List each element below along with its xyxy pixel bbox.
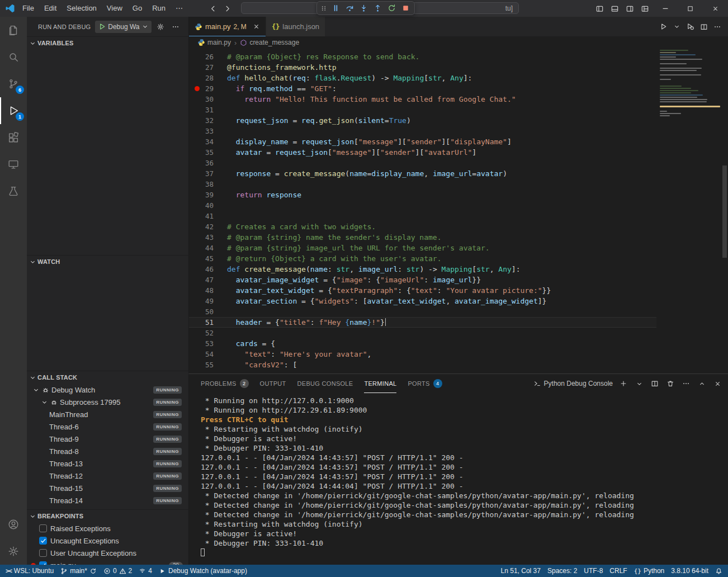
- code-line[interactable]: 49 avatar_section = {"widgets": [avatar_…: [189, 296, 656, 306]
- kill-terminal-button[interactable]: [665, 377, 675, 390]
- breakpoint-item[interactable]: Uncaught Exceptions: [27, 535, 188, 547]
- code-line[interactable]: 40: [189, 200, 656, 211]
- activitybar-explorer[interactable]: [0, 17, 27, 44]
- breakpoint-item[interactable]: User Uncaught Exceptions: [27, 547, 188, 559]
- code-line[interactable]: 37 response = create_message(name=displa…: [189, 168, 656, 179]
- close-panel-icon[interactable]: [712, 377, 722, 390]
- code-line[interactable]: 55 "cardsV2": [: [189, 360, 656, 370]
- run-python-file-button[interactable]: [657, 17, 670, 36]
- run-or-debug-button[interactable]: [684, 17, 697, 36]
- activitybar-settings[interactable]: [0, 538, 27, 565]
- breadcrumb-item[interactable]: create_message: [240, 39, 299, 46]
- language-mode[interactable]: {}Python: [631, 565, 668, 577]
- breakpoint-item[interactable]: main.py29: [27, 559, 188, 565]
- toggle-panel-icon[interactable]: [607, 0, 622, 17]
- maximize-panel-icon[interactable]: [697, 377, 707, 390]
- menu-view[interactable]: View: [102, 0, 127, 17]
- code-line[interactable]: 38: [189, 179, 656, 190]
- terminal-dropdown-icon[interactable]: [634, 377, 644, 390]
- breakpoint-checkbox[interactable]: [39, 537, 47, 545]
- debug-status[interactable]: Debug Watch (avatar-app): [155, 565, 250, 577]
- remote-indicator[interactable]: ><WSL: Ubuntu: [2, 565, 57, 577]
- maximize-button[interactable]: [678, 0, 703, 17]
- menu-go[interactable]: Go: [127, 0, 147, 17]
- indentation[interactable]: Spaces: 2: [544, 565, 580, 577]
- run-dropdown-icon[interactable]: [671, 17, 683, 36]
- code-line[interactable]: 48 avatar_text_widget = {"textParagraph"…: [189, 285, 656, 296]
- callstack-item[interactable]: Subprocess 17995RUNNING: [27, 396, 188, 408]
- forwarded-ports[interactable]: 4: [135, 565, 155, 577]
- activitybar-search[interactable]: [0, 44, 27, 70]
- callstack-item[interactable]: Thread-13RUNNING: [27, 457, 188, 470]
- breadcrumb-item[interactable]: main.py: [197, 39, 231, 46]
- variables-header[interactable]: VARIABLES: [27, 37, 188, 49]
- code-line[interactable]: 54 "text": "Here's your avatar",: [189, 349, 656, 360]
- code-line[interactable]: 30 return "Hello! This function must be …: [189, 94, 656, 105]
- code-line[interactable]: 44# @param {string} image_url the URL fo…: [189, 243, 656, 253]
- menu-run[interactable]: Run: [147, 0, 171, 17]
- menu-more[interactable]: ⋯: [171, 0, 188, 17]
- activitybar-accounts[interactable]: [0, 511, 27, 538]
- callstack-item[interactable]: Thread-14RUNNING: [27, 494, 188, 507]
- activitybar-extensions[interactable]: [0, 124, 27, 151]
- views-more-actions-icon[interactable]: [169, 21, 182, 33]
- panel-tab-ports[interactable]: PORTS4: [408, 374, 442, 393]
- code-line[interactable]: 27@functions_framework.http: [189, 62, 656, 73]
- callstack-item[interactable]: MainThreadRUNNING: [27, 408, 188, 420]
- close-tab-icon[interactable]: [253, 23, 260, 30]
- eol[interactable]: CRLF: [606, 565, 630, 577]
- menu-edit[interactable]: Edit: [39, 0, 62, 17]
- code-line[interactable]: 33: [189, 126, 656, 136]
- cursor-position[interactable]: Ln 51, Col 37: [498, 565, 544, 577]
- code-line[interactable]: 28def hello_chat(req: flask.Request) -> …: [189, 73, 656, 83]
- notifications[interactable]: [712, 565, 726, 577]
- panel-tab-problems[interactable]: PROBLEMS2: [201, 374, 249, 393]
- breakpoint-checkbox[interactable]: [39, 549, 47, 557]
- panel-tab-output[interactable]: OUTPUT: [260, 374, 286, 393]
- menu-file[interactable]: File: [17, 0, 39, 17]
- panel-more-actions-icon[interactable]: [681, 377, 691, 390]
- code-line[interactable]: 47 avatar_image_widget = {"image": {"ima…: [189, 275, 656, 285]
- breakpoint-item[interactable]: Raised Exceptions: [27, 522, 188, 535]
- code-line[interactable]: 31: [189, 105, 656, 115]
- close-window-button[interactable]: [703, 0, 728, 17]
- callstack-item[interactable]: Thread-12RUNNING: [27, 470, 188, 482]
- new-terminal-button[interactable]: [618, 377, 628, 390]
- callstack-item[interactable]: Thread-6RUNNING: [27, 420, 188, 433]
- code-line[interactable]: 46def create_message(name: str, image_ur…: [189, 264, 656, 275]
- call-stack-header[interactable]: CALL STACK: [27, 371, 188, 384]
- debug-settings-icon[interactable]: [154, 21, 167, 33]
- step-out-button[interactable]: [371, 2, 385, 15]
- pause-button[interactable]: [329, 2, 343, 15]
- restart-button[interactable]: [385, 2, 399, 15]
- code-line[interactable]: 50: [189, 306, 656, 317]
- terminal-profile-selector[interactable]: Python Debug Console: [533, 380, 613, 387]
- activitybar-run-and-debug[interactable]: 1: [0, 97, 27, 124]
- tab-main-py[interactable]: main.py2, M: [189, 17, 266, 36]
- git-branch[interactable]: main*: [57, 565, 100, 577]
- terminal-output[interactable]: * Running on http://127.0.0.1:9000 * Run…: [189, 393, 728, 557]
- menu-selection[interactable]: Selection: [62, 0, 101, 17]
- code-editor[interactable]: 26# @param {Object} res Response to send…: [189, 49, 656, 373]
- code-line[interactable]: 43# @param {string} name the sender's di…: [189, 232, 656, 243]
- step-into-button[interactable]: [357, 2, 371, 15]
- minimize-button[interactable]: [653, 0, 678, 17]
- code-line[interactable]: 32 request_json = req.get_json(silent=Tr…: [189, 115, 656, 126]
- code-line[interactable]: 45# @return {Object} a card with the use…: [189, 253, 656, 264]
- activitybar-source-control[interactable]: 6: [0, 70, 27, 97]
- go-back-button[interactable]: [209, 4, 218, 13]
- split-terminal-button[interactable]: [650, 377, 660, 390]
- tab-launch-json[interactable]: {}launch.json: [266, 17, 325, 36]
- toggle-sidebar-icon[interactable]: [592, 0, 607, 17]
- code-line[interactable]: 29 if req.method == "GET":: [189, 83, 656, 94]
- split-editor-button[interactable]: [698, 17, 710, 36]
- problems-status[interactable]: 02: [100, 565, 135, 577]
- breakpoint-checkbox[interactable]: [39, 524, 47, 532]
- step-over-button[interactable]: [343, 2, 357, 15]
- panel-tab-debug-console[interactable]: DEBUG CONSOLE: [297, 374, 353, 393]
- chevron-down-icon[interactable]: [41, 399, 48, 406]
- encoding[interactable]: UTF-8: [580, 565, 606, 577]
- editor-more-actions[interactable]: [711, 17, 724, 36]
- callstack-item[interactable]: Thread-8RUNNING: [27, 445, 188, 457]
- start-debugging-icon[interactable]: [98, 22, 106, 31]
